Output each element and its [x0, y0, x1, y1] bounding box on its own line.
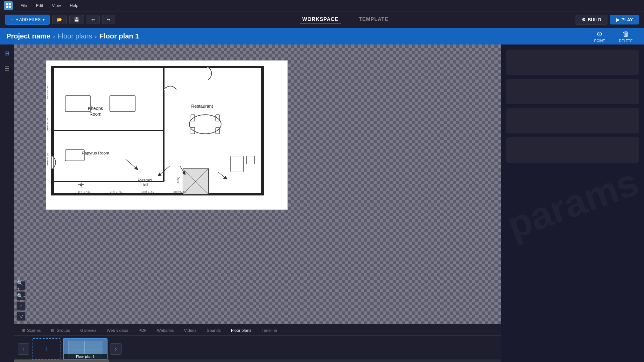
svg-rect-0	[6, 3, 8, 5]
save-icon: 💾	[74, 17, 79, 22]
breadcrumb-item[interactable]: Floor plan 1	[99, 32, 139, 40]
svg-text:BRH 87.50: BRH 87.50	[142, 190, 154, 193]
params-watermark: params	[501, 160, 644, 247]
floorplan-thumbnail[interactable]: Floor plan 1	[63, 338, 108, 360]
tab-galleries[interactable]: Galleries	[75, 326, 102, 335]
toolbar-right-actions: ⚙ BUILD ▶ PLAY	[576, 15, 639, 24]
canvas-area[interactable]: 🔍+ 🔍- ⊕ ▽	[14, 44, 501, 362]
sidebar-layers-icon[interactable]: ☰	[2, 64, 12, 74]
open-folder-button[interactable]: 📂	[52, 15, 67, 24]
play-button[interactable]: ▶ PLAY	[610, 15, 639, 24]
menu-edit[interactable]: Edit	[32, 2, 47, 9]
groups-tab-icon: ⊟	[51, 328, 54, 333]
tab-sounds[interactable]: Sounds	[202, 326, 226, 335]
breadcrumb-sep-1: ›	[53, 33, 55, 40]
tab-timeline[interactable]: Timeline	[256, 326, 282, 335]
svg-text:Papyrus Room: Papyrus Room	[82, 151, 109, 155]
menu-file[interactable]: File	[17, 2, 31, 9]
svg-text:BRH 87.50: BRH 87.50	[110, 190, 122, 193]
param-slot-1	[506, 50, 639, 75]
tab-template[interactable]: TEMPLATE	[356, 15, 391, 24]
add-files-button[interactable]: ＋ + ADD FILES ▾	[5, 15, 50, 25]
folder-icon: 📂	[57, 17, 62, 22]
undo-button[interactable]: ↩	[87, 15, 100, 24]
tab-webvideos[interactable]: Web videos	[102, 326, 133, 335]
toolbar-tabs: WORKSPACE TEMPLATE	[118, 15, 573, 24]
breadcrumb: Project name › Floor plans › Floor plan …	[6, 32, 139, 40]
undo-icon: ↩	[91, 17, 95, 22]
save-button[interactable]: 💾	[69, 15, 84, 24]
floorplan-svg: Kheops Room Restaurant Papyrus Room Pyra…	[46, 61, 269, 201]
param-slot-4	[506, 137, 639, 163]
svg-text:Kheops: Kheops	[88, 106, 103, 111]
next-thumb-button[interactable]: ›	[110, 343, 122, 355]
svg-text:BRH 87.50: BRH 87.50	[173, 190, 186, 193]
main-layout: ⊞ ☰ 🔍+ 🔍- ⊕ ▽	[0, 44, 644, 362]
tab-scenes[interactable]: ⊞ Scenes	[17, 326, 46, 335]
toolbar: ＋ + ADD FILES ▾ 📂 💾 ↩ ↪ WORKSPACE TEMPLA…	[0, 11, 644, 28]
delete-icon: 🗑	[622, 30, 629, 38]
bottom-tabs: ⊞ Scenes ⊟ Groups Galleries Web videos P…	[14, 324, 501, 336]
add-floorplan-button[interactable]: +	[32, 338, 60, 360]
svg-text:BRH 87.50: BRH 87.50	[46, 86, 49, 99]
build-button[interactable]: ⚙ BUILD	[576, 15, 607, 24]
play-icon: ▶	[616, 17, 620, 22]
menu-bar: File Edit View Help	[0, 0, 644, 11]
add-icon: ＋	[10, 17, 14, 23]
sidebar-scenes-icon[interactable]: ⊞	[2, 48, 12, 58]
svg-text:BRH 87.50: BRH 87.50	[46, 153, 49, 166]
breadcrumb-project[interactable]: Project name	[6, 32, 50, 40]
bottom-scrollbar[interactable]	[14, 359, 501, 362]
tab-pdf[interactable]: PDF	[133, 326, 152, 335]
bottom-content: ‹ + Floor plan 1 ›	[14, 336, 501, 362]
svg-text:BRH 87.50: BRH 87.50	[78, 190, 91, 193]
thumbnail-label: Floor plan 1	[64, 354, 107, 359]
point-button[interactable]: ⊙ POINT	[589, 28, 610, 44]
svg-text:Pyramid: Pyramid	[138, 178, 152, 182]
svg-text:Room: Room	[89, 112, 101, 117]
delete-button[interactable]: 🗑 DELETE	[614, 28, 638, 44]
redo-icon: ↪	[107, 17, 110, 22]
scrollbar-thumb	[14, 359, 109, 362]
tab-videos[interactable]: Videos	[179, 326, 202, 335]
tab-workspace[interactable]: WORKSPACE	[300, 15, 341, 24]
svg-text:16 Sig.: 16 Sig.	[177, 176, 180, 185]
point-icon: ⊙	[597, 30, 602, 38]
tab-floorplans[interactable]: Floor plans	[226, 326, 256, 335]
menu-view[interactable]: View	[48, 2, 65, 9]
breadcrumb-bar: Project name › Floor plans › Floor plan …	[0, 28, 644, 44]
breadcrumb-section[interactable]: Floor plans	[58, 32, 92, 40]
canvas-scroll: Kheops Room Restaurant Papyrus Room Pyra…	[14, 44, 501, 324]
param-slot-3	[506, 108, 639, 133]
svg-rect-3	[9, 6, 11, 8]
dropdown-arrow-icon: ▾	[43, 17, 45, 22]
breadcrumb-sep-2: ›	[95, 33, 97, 40]
tab-groups[interactable]: ⊟ Groups	[46, 326, 75, 335]
scenes-tab-icon: ⊞	[22, 328, 25, 333]
bottom-panel: ⊞ Scenes ⊟ Groups Galleries Web videos P…	[14, 324, 501, 362]
svg-rect-1	[9, 3, 11, 5]
app-logo	[4, 1, 13, 10]
svg-rect-2	[6, 6, 8, 8]
redo-button[interactable]: ↪	[102, 15, 115, 24]
breadcrumb-actions: ⊙ POINT 🗑 DELETE	[589, 28, 638, 44]
menu-help[interactable]: Help	[66, 2, 82, 9]
svg-text:Hall: Hall	[142, 183, 148, 187]
canvas-white: Kheops Room Restaurant Papyrus Room Pyra…	[46, 60, 288, 210]
right-panel: params	[501, 44, 644, 362]
build-icon: ⚙	[582, 17, 586, 22]
param-slot-2	[506, 79, 639, 104]
svg-text:BRH 87.50: BRH 87.50	[46, 118, 49, 131]
left-sidebar: ⊞ ☰	[0, 44, 14, 362]
svg-text:Restaurant: Restaurant	[191, 104, 213, 109]
prev-thumb-button[interactable]: ‹	[18, 343, 29, 355]
tab-websites[interactable]: Websites	[152, 326, 179, 335]
